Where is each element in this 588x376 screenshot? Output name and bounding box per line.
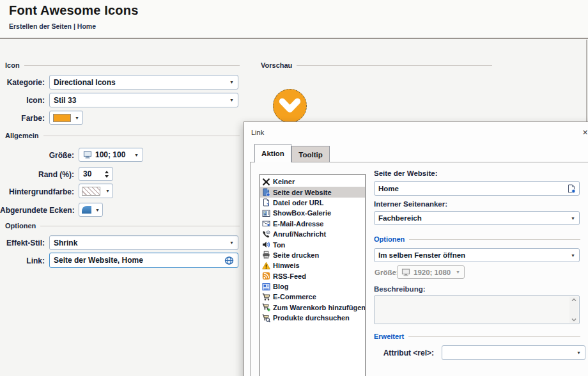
dropdown-arrow-icon: ▼ [567,253,575,258]
website-page-input[interactable]: Home [374,181,580,196]
dropdown-arrow-icon: ▼ [71,116,79,120]
rand-label: Rand (%): [0,170,74,179]
chevron-down-icon [274,89,306,123]
sound-icon [262,240,270,249]
icon-style-select[interactable]: Stil 33 ▼ [49,93,238,107]
ecommerce-icon [262,293,270,301]
attribut-rel-label: Attribut <rel>: [353,349,434,357]
action-listbox: Keiner Seite der Website Datei oder URL … [259,174,366,376]
scroll-down-icon[interactable] [571,318,576,322]
list-item-ton[interactable]: Ton [260,239,365,249]
website-page-value: Home [378,185,399,192]
list-item-blog[interactable]: Blog [260,281,365,292]
link-value: Seite der Website, Home [54,256,143,265]
blog-icon [262,283,270,291]
dialog-groesse-value: 1920; 1080 [414,269,451,276]
link-label: Link: [0,256,45,265]
rounded-corner-icon [82,206,91,214]
dialog-section-erweitert: Erweitert [374,333,580,340]
dialog-titlebar[interactable]: Link [251,129,584,141]
list-item-anruf-nachricht[interactable]: Anruf/Nachricht [260,229,365,239]
abgerundete-ecken-select[interactable]: ▼ [79,203,103,217]
none-icon [262,178,270,186]
link-globe-icon[interactable] [224,256,234,265]
anchor-label: Interner Seitenanker: [374,200,447,208]
breadcrumb: Erstellen der Seiten | Home [9,22,96,30]
monitor-icon [83,151,92,159]
anchor-value: Fachbereich [378,214,422,222]
kategorie-label: Kategorie: [0,78,45,87]
list-item-seite-drucken[interactable]: Seite drucken [260,250,365,260]
dropdown-arrow-icon: ▼ [91,208,100,212]
window-target-value: Im selben Fenster öffnen [378,251,465,259]
attribut-rel-select[interactable]: ▼ [442,345,585,360]
groesse-label: Größe: [0,151,74,160]
website-page-icon [262,188,270,196]
icon-label: Icon: [0,96,45,105]
list-item-email-adresse[interactable]: E-Mail-Adresse [260,219,365,229]
tab-tooltip[interactable]: Tooltip [291,146,330,162]
window-target-select[interactable]: Im selben Fenster öffnen ▼ [374,248,580,262]
list-item-zum-warenkorb[interactable]: Zum Warenkorb hinzufügen [260,302,365,313]
rand-stepper[interactable]: 30 [79,167,113,181]
dropdown-arrow-icon: ▼ [102,189,110,193]
dialog-title: Link [251,129,264,136]
effekt-stil-value: Shrink [54,239,77,247]
description-textarea [374,295,580,324]
farbe-color-picker[interactable]: ▼ [49,111,83,125]
effekt-stil-label: Effekt-Stil: [0,239,45,247]
print-icon [262,251,270,259]
hintergrundfarbe-label: Hintergrundfarbe: [0,187,74,196]
hintergrundfarbe-picker[interactable]: ▼ [79,184,113,198]
link-field[interactable]: Seite der Website, Home [49,253,238,268]
section-title: Icon [5,61,20,69]
dialog-groesse-label: Größe: [375,269,399,276]
app-window: Font Awesome Icons Erstellen der Seiten … [0,0,588,376]
spinner-up-icon[interactable] [105,171,109,173]
transparent-hatch-swatch [82,187,100,196]
spinner-down-icon[interactable] [105,175,109,178]
list-item-showbox-galerie[interactable]: ShowBox-Galerie [260,208,365,218]
effekt-stil-select[interactable]: Shrink ▼ [49,235,238,250]
list-item-seite-der-website[interactable]: Seite der Website [260,187,365,197]
dropdown-arrow-icon: ▼ [226,80,234,84]
dropdown-arrow-icon: ▼ [226,240,234,245]
section-header-icon: Icon [5,61,240,69]
chevron-down-circle-icon[interactable] [273,89,307,123]
browse-products-icon [262,314,270,322]
tab-aktion[interactable]: Aktion [254,144,291,162]
dialog-section-optionen: Optionen [374,235,580,243]
dropdown-arrow-icon: ▼ [573,350,581,355]
section-title: Vorschau [261,61,292,69]
close-icon[interactable]: ✕ [582,129,588,137]
list-item-hinweis[interactable]: Hinweis [260,260,365,270]
website-page-label: Seite der Website: [374,169,438,177]
list-item-datei-oder-url[interactable]: Datei oder URL [260,198,365,208]
section-title: Allgemein [5,132,39,139]
scroll-up-icon[interactable] [571,298,576,302]
beschreibung-label: Beschreibung: [374,285,426,293]
tab-label: Aktion [261,150,284,157]
icon-style-value: Stil 33 [54,96,76,105]
abgerundete-ecken-label: Abgerundete Ecken: [0,206,74,215]
textarea-scrollbar[interactable] [569,297,578,323]
tab-content-pane: Keiner Seite der Website Datei oder URL … [250,162,588,376]
section-header-vorschau: Vorschau [261,61,492,69]
email-icon [262,219,270,228]
groesse-select[interactable]: 100; 100 ▼ [79,148,143,162]
list-item-e-commerce[interactable]: E-Commerce [260,292,365,302]
dropdown-arrow-icon: ▼ [226,98,234,102]
page-picker-icon[interactable] [568,184,575,193]
section-title: Erweitert [374,333,404,340]
dropdown-arrow-icon: ▼ [452,270,460,274]
link-dialog: Link ✕ Aktion Tooltip Keiner Seite der W… [244,121,588,376]
farbe-label: Farbe: [0,114,45,123]
warning-icon [262,262,270,270]
list-item-produkte-durchsuchen[interactable]: Produkte durchsuchen [260,313,365,323]
list-item-keiner[interactable]: Keiner [260,176,365,187]
kategorie-select[interactable]: Directional Icons ▼ [49,75,238,90]
rand-value: 30 [83,169,91,178]
list-item-rss-feed[interactable]: RSS-Feed [260,271,365,281]
anchor-select[interactable]: Fachbereich ▼ [374,211,580,225]
add-to-cart-icon [262,303,270,311]
